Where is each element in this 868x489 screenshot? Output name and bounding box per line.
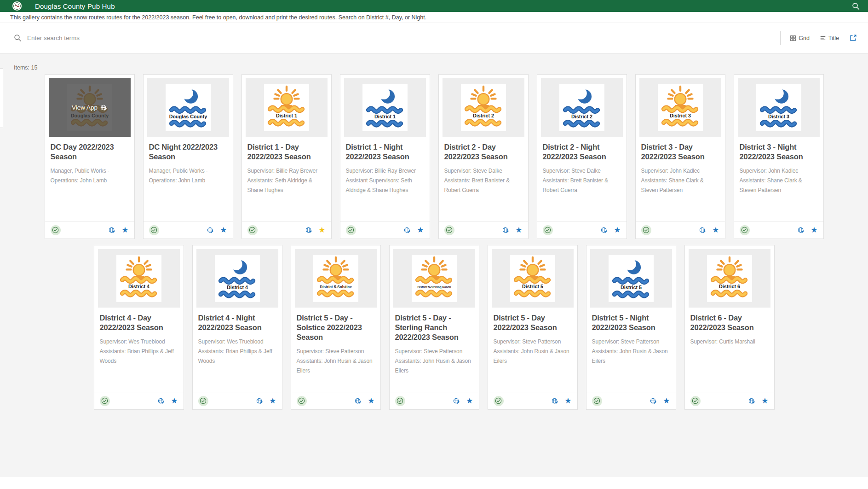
web-app-icon[interactable] — [798, 227, 805, 233]
card-title[interactable]: District 3 - Day 2022/2023 Season — [636, 140, 725, 162]
gallery-content: Items: 15 Douglas County View App DC Day… — [0, 53, 868, 477]
card-thumbnail[interactable]: District 5-Sterling Ranch — [393, 249, 475, 308]
card-title[interactable]: District 3 - Night 2022/2023 Season — [734, 140, 823, 162]
web-app-icon[interactable] — [748, 397, 755, 404]
card-thumbnail[interactable]: Douglas County View App — [49, 78, 131, 137]
card-thumbnail-image: District 5-Solstice — [313, 255, 358, 302]
card-title[interactable]: District 4 - Day 2022/2023 Season — [94, 311, 184, 332]
card-title[interactable]: District 4 - Night 2022/2023 Season — [193, 311, 282, 332]
gallery-card[interactable]: District 1 District 1 - Night 2022/2023 … — [340, 74, 430, 239]
card-thumbnail[interactable]: District 5-Solstice — [295, 249, 377, 308]
title-sort-button[interactable]: Title — [820, 35, 839, 41]
card-title[interactable]: District 5 - Night 2022/2023 Season — [586, 311, 676, 332]
card-thumbnail[interactable]: District 5 — [590, 249, 672, 308]
web-app-icon[interactable] — [404, 227, 411, 233]
gallery-card[interactable]: Douglas County View App DC Day 2022/2023… — [45, 74, 135, 239]
card-thumbnail[interactable]: District 2 — [541, 78, 623, 137]
card-thumbnail[interactable]: District 6 — [689, 249, 770, 308]
gallery-card[interactable]: Douglas County DC Night 2022/2023 Season… — [143, 74, 233, 239]
favorite-star-icon[interactable]: ★ — [712, 226, 719, 234]
web-app-icon[interactable] — [355, 397, 362, 404]
card-thumbnail[interactable]: District 3 — [639, 78, 721, 137]
card-thumbnail-image: Douglas County — [166, 84, 211, 131]
favorite-star-icon[interactable]: ★ — [761, 397, 768, 405]
card-thumbnail-image: District 5 — [510, 255, 555, 302]
web-app-icon[interactable] — [109, 227, 115, 233]
card-description: Supervisor: Steve Patterson Assistants: … — [291, 342, 380, 376]
card-title[interactable]: DC Night 2022/2023 Season — [144, 140, 233, 162]
favorite-star-icon[interactable]: ★ — [515, 226, 522, 234]
gallery-card[interactable]: District 5 District 5 - Day 2022/2023 Se… — [488, 245, 578, 410]
card-footer: ★ — [45, 221, 134, 239]
web-app-icon[interactable] — [305, 227, 312, 233]
gallery-card[interactable]: District 5 District 5 - Night 2022/2023 … — [586, 245, 676, 410]
app-header: Douglas County Pub Hub — [0, 0, 868, 12]
gallery-card[interactable]: District 4 District 4 - Day 2022/2023 Se… — [94, 245, 184, 410]
search-icon — [14, 34, 22, 42]
favorite-star-icon[interactable]: ★ — [368, 397, 374, 405]
favorite-star-icon[interactable]: ★ — [564, 397, 571, 405]
favorite-star-icon[interactable]: ★ — [220, 226, 227, 234]
favorite-star-icon[interactable]: ★ — [663, 397, 670, 405]
card-title[interactable]: District 6 - Day 2022/2023 Season — [685, 311, 774, 332]
favorite-star-icon[interactable]: ★ — [269, 397, 276, 405]
view-app-overlay[interactable]: View App — [49, 78, 131, 137]
authoritative-check-icon — [346, 225, 356, 235]
favorite-star-icon[interactable]: ★ — [466, 397, 473, 405]
card-title[interactable]: District 5 - Day - Solstice 2022/2023 Se… — [291, 311, 380, 342]
favorite-star-icon[interactable]: ★ — [811, 226, 817, 234]
favorite-star-icon[interactable]: ★ — [417, 226, 424, 234]
card-thumbnail[interactable]: District 4 — [196, 249, 278, 308]
card-thumbnail[interactable]: District 2 — [443, 78, 524, 137]
card-title[interactable]: District 2 - Night 2022/2023 Season — [537, 140, 627, 162]
web-app-icon[interactable] — [502, 227, 509, 233]
header-search-icon[interactable] — [852, 2, 860, 10]
card-footer: ★ — [242, 221, 331, 239]
gallery-card[interactable]: District 4 District 4 - Night 2022/2023 … — [192, 245, 282, 410]
svg-text:District 4: District 4 — [128, 283, 149, 289]
web-app-icon[interactable] — [699, 227, 706, 233]
gallery-card[interactable]: District 3 District 3 - Night 2022/2023 … — [734, 74, 824, 239]
authoritative-check-icon — [494, 396, 504, 406]
web-app-icon[interactable] — [650, 397, 657, 404]
card-title[interactable]: District 1 - Day 2022/2023 Season — [242, 140, 331, 162]
web-app-icon[interactable] — [256, 397, 263, 404]
authoritative-check-icon — [592, 396, 602, 406]
web-app-icon[interactable] — [453, 397, 460, 404]
gallery-card[interactable]: District 2 District 2 - Day 2022/2023 Se… — [438, 74, 529, 239]
card-footer: ★ — [144, 221, 233, 239]
card-title[interactable]: District 2 - Day 2022/2023 Season — [439, 140, 528, 162]
share-button[interactable] — [849, 34, 857, 42]
gallery-card[interactable]: District 6 District 6 - Day 2022/2023 Se… — [684, 245, 775, 410]
web-app-icon[interactable] — [158, 397, 165, 404]
gallery-card[interactable]: District 2 District 2 - Night 2022/2023 … — [537, 74, 627, 239]
card-title[interactable]: DC Day 2022/2023 Season — [45, 140, 134, 162]
card-thumbnail[interactable]: District 4 — [98, 249, 180, 308]
collapsed-side-panel[interactable] — [0, 68, 3, 128]
card-thumbnail[interactable]: District 1 — [246, 78, 328, 137]
card-description: Supervisor: Wes Trueblood Assistants: Br… — [193, 332, 282, 366]
card-title[interactable]: District 1 - Night 2022/2023 Season — [340, 140, 430, 162]
gallery-card[interactable]: District 5-Solstice District 5 - Day - S… — [291, 245, 381, 410]
authoritative-check-icon — [51, 225, 61, 235]
card-thumbnail[interactable]: District 3 — [738, 78, 820, 137]
card-thumbnail[interactable]: District 1 — [344, 78, 426, 137]
grid-view-button[interactable]: Grid — [790, 35, 810, 41]
gallery-card[interactable]: District 3 District 3 - Day 2022/2023 Se… — [635, 74, 725, 239]
card-title[interactable]: District 5 - Day - Sterling Ranch 2022/2… — [390, 311, 479, 342]
svg-text:Douglas County: Douglas County — [169, 114, 207, 119]
gallery-card[interactable]: District 1 District 1 - Day 2022/2023 Se… — [241, 74, 332, 239]
search-input[interactable] — [27, 35, 303, 41]
gallery-card[interactable]: District 5-Sterling Ranch District 5 - D… — [389, 245, 479, 410]
web-app-icon[interactable] — [601, 227, 608, 233]
favorite-star-icon[interactable]: ★ — [614, 226, 621, 234]
favorite-star-icon[interactable]: ★ — [171, 397, 178, 405]
card-thumbnail[interactable]: Douglas County — [147, 78, 229, 137]
favorite-star-icon[interactable]: ★ — [121, 226, 128, 234]
card-thumbnail[interactable]: District 5 — [492, 249, 574, 308]
web-app-icon[interactable] — [552, 397, 558, 404]
web-app-icon[interactable] — [207, 227, 214, 233]
favorite-star-icon[interactable]: ★ — [318, 226, 325, 234]
card-title[interactable]: District 5 - Day 2022/2023 Season — [488, 311, 577, 332]
card-thumbnail-image: District 3 — [756, 84, 801, 131]
